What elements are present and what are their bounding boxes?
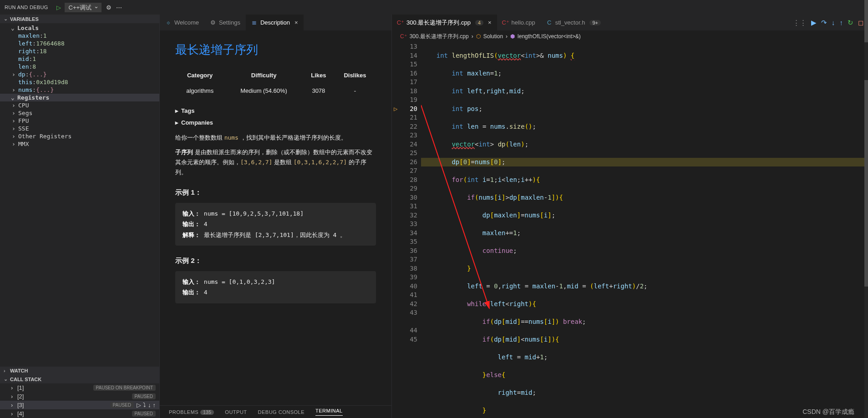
tabs-left: ⟐Welcome ⚙Settings ≣Description× — [160, 15, 391, 30]
close-icon[interactable]: × — [294, 19, 298, 26]
tab-stl-vector[interactable]: Cstl_vector.h9+ — [541, 15, 606, 30]
debug-toolbar: ⋮⋮ ▶ ↷ ↓ ↑ ↻ ◻ — [788, 19, 868, 27]
continue-icon[interactable]: ▶ — [811, 19, 817, 27]
step-out-icon[interactable]: ↑ — [153, 402, 156, 408]
reg-group[interactable]: ›MMX — [0, 140, 159, 148]
run-debug-title: RUN AND DEBUG — [5, 5, 48, 10]
editor-group-code: C⁺300.最长递增子序列.cpp4× C⁺hello.cpp Cstl_vec… — [391, 15, 868, 418]
code-editor[interactable]: 13141516171819 20 ▷ 21222324252627282930… — [392, 42, 868, 418]
reg-group[interactable]: ›CPU — [0, 101, 159, 109]
tab-hello[interactable]: C⁺hello.cpp — [497, 15, 541, 30]
stop-icon[interactable]: ◻ — [858, 19, 863, 27]
var-row[interactable]: right: 18 — [0, 47, 159, 55]
cpp-icon: C⁺ — [397, 20, 404, 26]
tab-terminal[interactable]: TERMINAL — [315, 408, 343, 416]
reg-group[interactable]: ›FPU — [0, 117, 159, 125]
tags-collapsible[interactable]: ▸Tags — [175, 106, 376, 116]
vscode-icon: ⟐ — [165, 20, 172, 26]
restart-icon[interactable]: ↻ — [848, 19, 853, 27]
tab-problems[interactable]: PROBLEMS135 — [169, 409, 214, 415]
callstack-row[interactable]: ›[3]PAUSED ▷ ⤵ ↓ ↑ — [0, 401, 159, 409]
step-out-icon[interactable]: ↑ — [840, 19, 843, 26]
more-icon[interactable]: ⋯ — [116, 4, 122, 11]
scrollbar[interactable] — [864, 42, 868, 418]
gear-icon[interactable]: ⚙ — [106, 4, 112, 11]
watermark: CSDN @百学成瘾 — [802, 408, 854, 416]
tab-output[interactable]: OUTPUT — [225, 409, 247, 415]
breadcrumbs[interactable]: C⁺ 300.最长递增子序列.cpp› ⬡Solution› ⬢lengthOf… — [392, 30, 868, 42]
companies-collapsible[interactable]: ▸Companies — [175, 118, 376, 128]
grip-icon[interactable]: ⋮⋮ — [793, 19, 807, 27]
method-icon: ⬢ — [510, 33, 515, 40]
svg-line-0 — [421, 105, 489, 308]
callstack-row[interactable]: ›[2]PAUSED — [0, 392, 159, 401]
class-icon: ⬡ — [476, 33, 481, 40]
step-into-icon[interactable]: ↓ — [148, 402, 151, 408]
cpp-icon: C⁺ — [503, 20, 509, 26]
reg-group[interactable]: ›Segs — [0, 109, 159, 117]
var-row[interactable]: left: 17664688 — [0, 40, 159, 47]
step-into-icon[interactable]: ↓ — [832, 19, 835, 26]
debug-config-select[interactable]: C++调试 — [65, 3, 102, 12]
example-block: 输入： nums = [10,9,2,5,3,7,101,18] 输出： 4 解… — [175, 203, 376, 246]
reg-group[interactable]: ›Other Registers — [0, 132, 159, 140]
reg-group[interactable]: ›SSE — [0, 125, 159, 132]
problem-title: 最长递增子序列 — [175, 40, 376, 60]
step-over-icon[interactable]: ↷ — [821, 19, 827, 27]
variables-header[interactable]: ⌄VARIABLES — [0, 15, 159, 23]
watch-header[interactable]: ›WATCH — [0, 367, 159, 375]
tabs-right: C⁺300.最长递增子序列.cpp4× C⁺hello.cpp Cstl_vec… — [392, 15, 868, 30]
tab-debug-console[interactable]: DEBUG CONSOLE — [258, 409, 305, 415]
example-header: 示例 2： — [175, 255, 376, 267]
c-icon: C — [546, 20, 553, 26]
problem-meta-table: CategoryDifficultyLikesDislikes algorith… — [175, 68, 376, 99]
cpp-icon: C⁺ — [400, 33, 407, 40]
callstack-row[interactable]: ›[1]PAUSED ON BREAKPOINT — [0, 383, 159, 392]
var-row[interactable]: mid: 1 — [0, 55, 159, 63]
list-icon: ≣ — [251, 20, 258, 26]
callstack-row[interactable]: ›[4]PAUSED — [0, 409, 159, 418]
var-row[interactable]: len: 8 — [0, 63, 159, 71]
instruction-pointer-icon: ▷ — [394, 105, 397, 114]
tab-description[interactable]: ≣Description× — [246, 15, 304, 30]
bottom-panel-tabs: PROBLEMS135 OUTPUT DEBUG CONSOLE TERMINA… — [160, 405, 391, 418]
chevron-right-icon: ▸ — [175, 118, 178, 128]
tab-welcome[interactable]: ⟐Welcome — [160, 15, 204, 30]
var-row[interactable]: ›dp: {...} — [0, 71, 159, 78]
description-panel[interactable]: 最长递增子序列 CategoryDifficultyLikesDislikes … — [160, 30, 391, 405]
gear-icon: ⚙ — [210, 20, 216, 26]
tab-cpp-main[interactable]: C⁺300.最长递增子序列.cpp4× — [392, 15, 497, 30]
gutter[interactable]: 13141516171819 20 ▷ 21222324252627282930… — [392, 42, 421, 418]
var-row[interactable]: maxlen: 1 — [0, 32, 159, 40]
example-block: 输入： nums = [0,1,0,3,2,3] 输出： 4 — [175, 271, 376, 303]
callstack-header[interactable]: ⌄CALL STACK — [0, 375, 159, 383]
tab-settings[interactable]: ⚙Settings — [204, 15, 246, 30]
chevron-right-icon: ▸ — [175, 106, 178, 116]
example-header: 示例 1： — [175, 186, 376, 198]
continue-icon[interactable]: ▷ — [137, 402, 141, 408]
var-row[interactable]: this: 0x10d19d8 — [0, 78, 159, 86]
editor-group-description: ⟐Welcome ⚙Settings ≣Description× 最长递增子序列… — [159, 15, 391, 418]
step-over-icon[interactable]: ⤵ — [143, 402, 146, 408]
problem-text: 给你一个整数数组 nums ，找到其中最长严格递增子序列的长度。 — [175, 133, 376, 143]
start-debug-icon[interactable]: ▷ — [56, 4, 61, 11]
var-row[interactable]: ›nums: {...} — [0, 86, 159, 94]
debug-sidebar: ⌄VARIABLES ⌄Locals maxlen: 1 left: 17664… — [0, 15, 159, 418]
run-and-debug-bar: RUN AND DEBUG ▷ C++调试 ⚙ ⋯ — [0, 0, 868, 15]
code-content[interactable]: int lengthOfLIS(vector<int>& nums) { int… — [421, 42, 868, 418]
locals-header[interactable]: ⌄Locals — [0, 24, 159, 32]
close-icon[interactable]: × — [488, 19, 492, 26]
problem-text: 子序列 是由数组派生而来的序列，删除（或不删除）数组中的元素而不改变其余元素的顺… — [175, 147, 376, 177]
registers-header[interactable]: ⌄Registers — [0, 94, 159, 101]
